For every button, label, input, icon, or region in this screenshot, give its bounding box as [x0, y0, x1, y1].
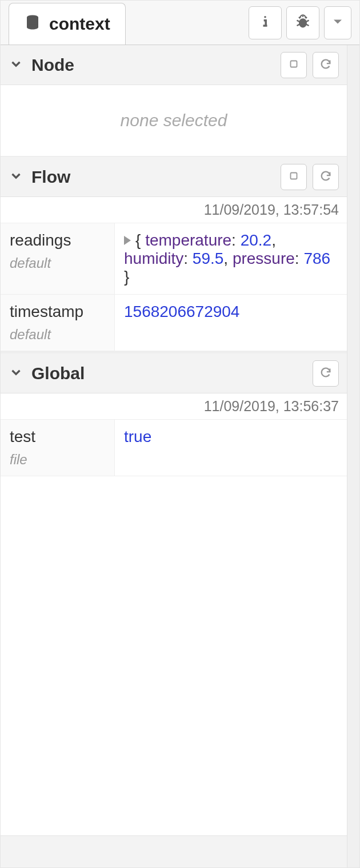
- flow-timestamp: 11/09/2019, 13:57:54: [1, 197, 347, 223]
- context-value-timestamp[interactable]: 1568206672904: [115, 295, 347, 351]
- global-refresh-button[interactable]: [313, 360, 339, 387]
- tab-context[interactable]: context: [9, 3, 126, 45]
- table-row: readings default { temperature: 20.2, hu…: [1, 223, 347, 295]
- context-store: file: [10, 452, 105, 468]
- table-row: test file true: [1, 420, 347, 476]
- caret-down-icon: [330, 14, 346, 32]
- section-head-flow[interactable]: Flow: [1, 157, 347, 197]
- section-title-global: Global: [23, 364, 85, 383]
- section-title-flow: Flow: [23, 167, 70, 187]
- flow-copy-button[interactable]: [281, 164, 307, 190]
- more-menu-button[interactable]: [324, 6, 351, 39]
- context-key: test: [10, 428, 105, 446]
- section-head-node[interactable]: Node: [1, 45, 347, 85]
- svg-rect-4: [291, 172, 297, 179]
- empty-area: [1, 476, 347, 835]
- chevron-down-icon: [9, 57, 23, 74]
- node-refresh-button[interactable]: [313, 52, 339, 78]
- tab-label: context: [49, 14, 110, 34]
- chevron-down-icon: [9, 168, 23, 186]
- table-row: timestamp default 1568206672904: [1, 295, 347, 351]
- svg-point-1: [264, 16, 266, 18]
- sidebar-tab-row: context: [1, 1, 359, 45]
- vertical-scrollbar[interactable]: [347, 45, 359, 867]
- info-icon: [257, 14, 273, 32]
- panel-footer: [1, 835, 347, 867]
- context-value-test[interactable]: true: [115, 420, 347, 476]
- info-button[interactable]: [249, 6, 282, 39]
- context-key: readings: [10, 231, 105, 250]
- refresh-icon: [319, 366, 332, 381]
- svg-point-2: [299, 18, 307, 27]
- database-icon: [24, 14, 41, 35]
- svg-rect-3: [291, 61, 297, 67]
- box-icon: [287, 170, 300, 184]
- section-title-node: Node: [23, 55, 74, 75]
- context-key: timestamp: [10, 303, 105, 321]
- refresh-icon: [319, 170, 332, 184]
- context-store: default: [10, 255, 105, 271]
- context-value-readings[interactable]: { temperature: 20.2, humidity: 59.5, pre…: [115, 223, 347, 294]
- refresh-icon: [319, 58, 332, 73]
- section-head-global[interactable]: Global: [1, 353, 347, 393]
- node-copy-button[interactable]: [281, 52, 307, 78]
- node-empty-state: none selected: [1, 85, 347, 157]
- global-timestamp: 11/09/2019, 13:56:37: [1, 393, 347, 420]
- context-store: default: [10, 327, 105, 343]
- box-icon: [287, 58, 300, 73]
- debug-button[interactable]: [286, 6, 319, 39]
- bug-icon: [295, 14, 311, 32]
- chevron-down-icon: [9, 365, 23, 382]
- flow-refresh-button[interactable]: [313, 164, 339, 190]
